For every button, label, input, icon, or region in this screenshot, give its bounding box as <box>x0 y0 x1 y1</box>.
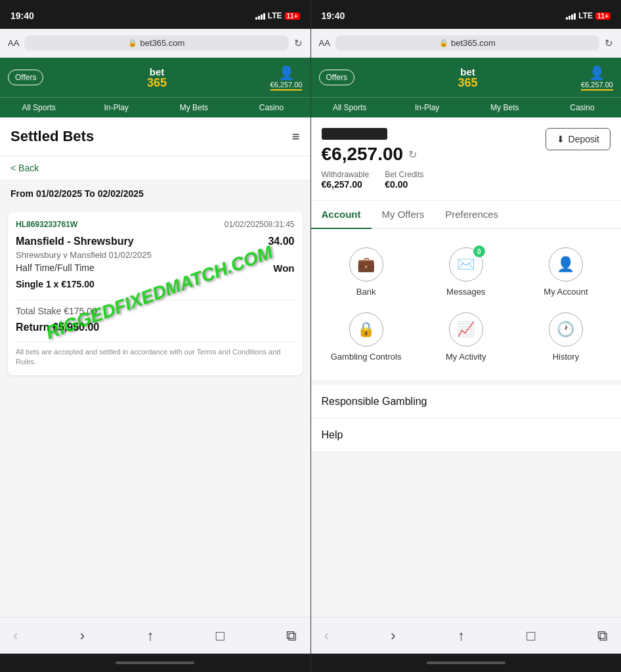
history-item[interactable]: 🕐 History <box>516 304 616 369</box>
left-header-balance: €6,257.00 <box>270 81 303 91</box>
right-nav-my-bets[interactable]: My Bets <box>466 98 544 117</box>
left-back-icon[interactable]: ‹ <box>13 627 18 644</box>
bank-icon: 💼 <box>349 247 383 282</box>
left-nav-bar: All Sports In-Play My Bets Casino <box>0 97 310 117</box>
right-back-icon[interactable]: ‹ <box>324 627 329 644</box>
right-bet365-logo: bet 365 <box>458 67 477 89</box>
left-url: bet365.com <box>140 38 184 48</box>
settled-bets-header: Settled Bets ≡ <box>0 117 310 156</box>
my-activity-icon: 📈 <box>449 312 483 346</box>
right-nav-in-play[interactable]: In-Play <box>389 98 466 117</box>
left-forward-icon[interactable]: › <box>80 627 85 644</box>
right-tabs-icon[interactable]: ⧉ <box>597 627 608 644</box>
right-time: 19:40 <box>322 10 345 21</box>
bet-date: 01/02/202508:31:45 <box>225 220 295 229</box>
responsible-gambling-item[interactable]: Responsible Gambling <box>311 385 622 419</box>
bank-item[interactable]: 💼 Bank <box>316 240 416 304</box>
left-lte: LTE <box>268 11 282 20</box>
divider-2 <box>16 341 295 342</box>
left-nav-casino[interactable]: Casino <box>232 98 310 117</box>
bank-label: Bank <box>356 287 376 297</box>
right-account-area[interactable]: 👤 €6,257.00 <box>581 65 613 91</box>
left-url-bar[interactable]: 🔒 bet365.com <box>24 35 288 51</box>
right-bookmarks-icon[interactable]: □ <box>526 627 535 644</box>
stake-info: Single 1 x €175.00 <box>16 279 295 289</box>
gambling-controls-label: Gambling Controls <box>331 352 402 362</box>
bet-credits-label: Bet Credits <box>385 170 423 179</box>
left-refresh-icon[interactable]: ↻ <box>294 37 303 49</box>
right-browser-bar: AA 🔒 bet365.com ↻ <box>311 29 622 58</box>
right-forward-icon[interactable]: › <box>391 627 395 644</box>
left-nav-all-sports[interactable]: All Sports <box>0 98 77 117</box>
right-nav-bar: All Sports In-Play My Bets Casino <box>311 97 622 117</box>
left-time: 19:40 <box>11 10 34 21</box>
left-signal <box>255 12 265 20</box>
right-header-balance: €6,257.00 <box>581 81 613 91</box>
left-home-bar <box>116 662 194 664</box>
my-account-icon: 👤 <box>549 247 583 282</box>
account-menu-items: Responsible Gambling Help <box>311 385 622 452</box>
left-tabs-icon[interactable]: ⧉ <box>286 627 297 644</box>
left-bookmarks-icon[interactable]: □ <box>216 627 225 644</box>
left-home-indicator <box>0 654 310 672</box>
right-logo-bet: bet <box>460 67 475 77</box>
withdrawable-label: Withdrawable <box>322 170 370 179</box>
left-bottom-bar: ‹ › ↑ □ ⧉ <box>0 617 310 654</box>
balance-refresh-icon[interactable]: ↻ <box>408 148 417 161</box>
right-bottom-bar: ‹ › ↑ □ ⧉ <box>311 617 622 654</box>
tab-account[interactable]: Account <box>311 201 372 228</box>
messages-icon: ✉️ 0 <box>449 247 483 282</box>
right-share-icon[interactable]: ↑ <box>458 627 465 644</box>
bet-card-header: HL8693233761W 01/02/202508:31:45 <box>16 220 295 229</box>
right-nav-casino[interactable]: Casino <box>544 98 621 117</box>
tab-my-offers[interactable]: My Offers <box>372 201 435 228</box>
right-url-bar[interactable]: 🔒 bet365.com <box>335 35 599 51</box>
hamburger-icon[interactable]: ≡ <box>292 129 300 144</box>
account-tabs: Account My Offers Preferences <box>311 201 622 229</box>
right-status-bar: 19:40 LTE 11+ <box>311 0 622 29</box>
bet-odds: 34.00 <box>268 236 294 247</box>
bet-match: Mansfield - Shrewsbury 34.00 <box>16 236 295 247</box>
bet-credits-amount: €0.00 <box>385 179 423 190</box>
left-aa[interactable]: AA <box>8 38 19 48</box>
messages-item[interactable]: ✉️ 0 Messages <box>416 240 516 304</box>
messages-badge: 0 <box>473 245 485 257</box>
left-content-area: Settled Bets ≡ < Back From 01/02/2025 To… <box>0 117 310 617</box>
disclaimer: All bets are accepted and settled in acc… <box>16 347 295 368</box>
my-activity-label: My Activity <box>446 352 486 362</box>
right-phone-panel: 19:40 LTE 11+ AA 🔒 bet365.com ↻ Offers b… <box>311 0 622 672</box>
balance-details: Withdrawable €6,257.00 Bet Credits €0.00 <box>322 170 424 190</box>
tab-preferences[interactable]: Preferences <box>435 201 509 228</box>
date-range: From 01/02/2025 To 02/02/2025 <box>0 180 310 207</box>
left-nav-my-bets[interactable]: My Bets <box>155 98 232 117</box>
gambling-controls-item[interactable]: 🔒 Gambling Controls <box>316 304 416 369</box>
bet-match-name: Mansfield - Shrewsbury <box>16 236 134 247</box>
right-offers-button[interactable]: Offers <box>319 70 354 85</box>
right-logo-num: 365 <box>458 77 477 89</box>
bet-won-badge: Won <box>273 262 294 274</box>
right-aa[interactable]: AA <box>319 38 330 48</box>
left-phone-panel: 19:40 LTE 11+ AA 🔒 bet365.com ↻ Offers b… <box>0 0 310 672</box>
my-activity-item[interactable]: 📈 My Activity <box>416 304 516 369</box>
right-content-area: €6,257.00 ↻ Withdrawable €6,257.00 Bet C… <box>311 117 622 617</box>
left-logo-num: 365 <box>147 77 167 89</box>
right-nav-all-sports[interactable]: All Sports <box>311 98 389 117</box>
left-share-icon[interactable]: ↑ <box>146 627 154 644</box>
bet-result: Half Time/Full Time Won <box>16 262 295 274</box>
return-amount: Return €5,950.00 <box>16 322 295 333</box>
bet-card: HL8693233761W 01/02/202508:31:45 Mansfie… <box>8 212 303 375</box>
left-account-area[interactable]: 👤 €6,257.00 <box>270 65 303 91</box>
back-button[interactable]: < Back <box>0 156 310 180</box>
right-refresh-icon[interactable]: ↻ <box>605 37 613 49</box>
deposit-button[interactable]: ⬇ Deposit <box>546 128 610 150</box>
left-nav-in-play[interactable]: In-Play <box>77 98 155 117</box>
right-signal <box>566 12 576 20</box>
main-balance: €6,257.00 <box>322 144 404 165</box>
left-logo-bet: bet <box>150 67 165 77</box>
help-item[interactable]: Help <box>311 419 622 452</box>
right-person-icon: 👤 <box>589 65 605 81</box>
withdrawable-item: Withdrawable €6,257.00 <box>322 170 370 190</box>
right-home-indicator <box>311 654 622 672</box>
left-offers-button[interactable]: Offers <box>8 70 43 85</box>
my-account-item[interactable]: 👤 My Account <box>516 240 616 304</box>
